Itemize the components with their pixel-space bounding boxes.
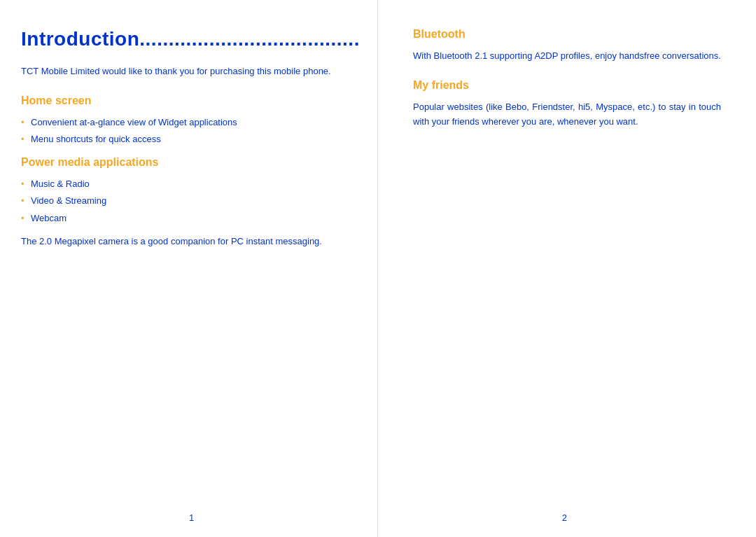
power-media-heading: Power media applications [21, 156, 342, 169]
page-number-right: 2 [562, 512, 567, 523]
page-title: Introduction............................… [21, 28, 342, 50]
page-left: Introduction............................… [0, 0, 378, 537]
bluetooth-heading: Bluetooth [413, 28, 721, 41]
list-item: Convenient at-a-glance view of Widget ap… [21, 116, 342, 130]
bluetooth-body: With Bluetooth 2.1 supporting A2DP profi… [413, 49, 721, 64]
power-media-body: The 2.0 Megapixel camera is a good compa… [21, 235, 342, 249]
title-dots: ...................................... [139, 28, 360, 50]
title-text: Introduction [21, 28, 139, 50]
list-item: Music & Radio [21, 177, 342, 191]
list-item: Webcam [21, 211, 342, 225]
my-friends-body: Popular websites (like Bebo, Friendster,… [413, 100, 721, 130]
page-right: Bluetooth With Bluetooth 2.1 supporting … [378, 0, 756, 537]
page-number-left: 1 [189, 512, 194, 523]
my-friends-heading: My friends [413, 79, 721, 92]
list-item: Video & Streaming [21, 194, 342, 208]
home-screen-list: Convenient at-a-glance view of Widget ap… [21, 116, 342, 146]
power-media-list: Music & Radio Video & Streaming Webcam [21, 177, 342, 225]
list-item: Menu shortcuts for quick access [21, 132, 342, 146]
home-screen-heading: Home screen [21, 95, 342, 107]
intro-paragraph: TCT Mobile Limited would like to thank y… [21, 64, 342, 79]
